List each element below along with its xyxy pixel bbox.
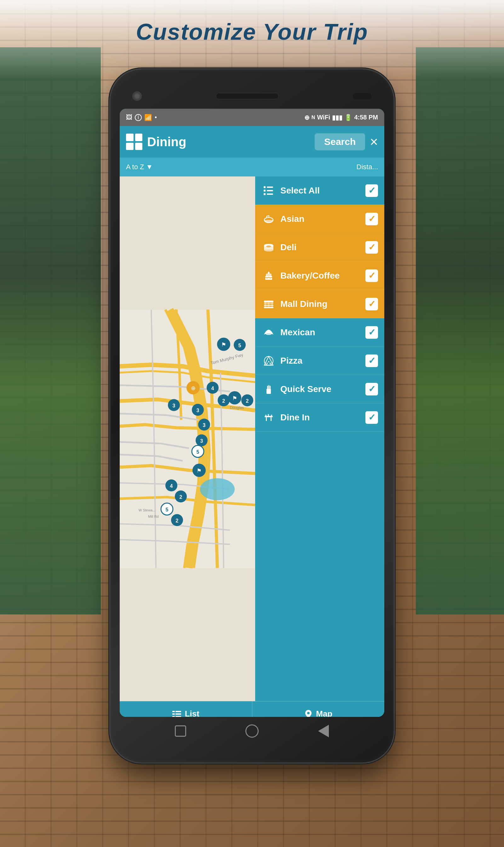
phone-top-bar [120,84,384,109]
svg-text:4: 4 [211,386,214,391]
svg-text:3: 3 [173,403,176,408]
list-icon [262,183,276,198]
svg-text:⚑: ⚑ [221,341,226,348]
svg-rect-40 [264,186,266,188]
svg-rect-51 [268,271,269,273]
svg-text:W Stewa...: W Stewa... [139,508,155,512]
svg-text:⊕: ⊕ [191,385,196,391]
asian-checkbox[interactable]: ✓ [365,213,378,225]
left-window-decor [0,47,101,615]
time-display: 4:58 PM [354,114,378,121]
svg-point-48 [266,245,271,247]
svg-rect-77 [176,713,181,714]
filter-item-mall-dining[interactable]: Mall Dining ✓ [255,290,384,318]
svg-rect-70 [271,417,272,421]
select-all-checkbox[interactable]: ✓ [365,184,378,197]
asian-label: Asian [280,214,365,224]
phone-shell: 🖼 i 📶 • ⊕ N WiFi ▮▮▮ 🔋 4:58 PM [110,69,394,762]
deli-checkbox[interactable]: ✓ [365,241,378,254]
sort-bar: A to Z ▼ Dista... [120,158,384,176]
nav-square-button[interactable] [172,723,189,740]
svg-rect-56 [265,301,266,307]
wifi-signal-icon: WiFi [317,114,330,121]
map-view[interactable]: Tom Murphy Fwy Douglas W Stewa... Mill R… [120,176,255,701]
location-icon: ⊕ [304,114,310,121]
svg-point-63 [270,363,271,364]
phone-device: 🖼 i 📶 • ⊕ N WiFi ▮▮▮ 🔋 4:58 PM [110,69,394,762]
phone-nav-buttons [120,717,384,745]
fries-icon [262,382,276,396]
svg-rect-79 [176,716,181,717]
svg-text:Mill Rd: Mill Rd [148,515,159,518]
bakery-label: Bakery/Coffee [280,271,365,281]
picture-status-icon: 🖼 [126,114,132,121]
filter-item-pizza[interactable]: Pizza ✓ [255,347,384,375]
list-tab-icon [172,710,182,717]
pizza-checkbox[interactable]: ✓ [365,354,378,367]
deli-label: Deli [280,242,365,252]
svg-rect-74 [172,711,175,712]
mexican-checkmark: ✓ [368,327,376,337]
svg-rect-44 [267,190,273,191]
map-tab[interactable]: Map [252,702,384,717]
bakery-checkbox[interactable]: ✓ [365,269,378,282]
mall-dining-checkbox[interactable]: ✓ [365,298,378,311]
list-tab-label: List [185,709,199,717]
nav-back-button[interactable] [315,723,332,740]
info-status-icon: i [135,114,142,121]
svg-rect-57 [268,301,269,307]
distance-label: Dista... [357,163,378,171]
filter-item-deli[interactable]: Deli ✓ [255,233,384,262]
quick-serve-checkbox[interactable]: ✓ [365,383,378,395]
filter-panel: Select All ✓ [255,176,384,701]
filter-item-quick-serve[interactable]: Quick Serve ✓ [255,375,384,403]
mall-dining-checkmark: ✓ [368,299,376,309]
dining-table-icon [262,410,276,424]
quick-serve-checkmark: ✓ [368,384,376,394]
search-button[interactable]: Search [315,133,365,150]
svg-rect-42 [264,193,266,195]
map-tab-label: Map [316,709,332,717]
svg-text:2: 2 [176,518,179,524]
svg-rect-45 [267,193,273,195]
bottom-tabs: List Map [120,701,384,717]
svg-rect-64 [267,389,271,394]
svg-text:3: 3 [200,438,203,444]
select-all-checkmark: ✓ [368,185,376,196]
svg-point-60 [264,356,273,365]
filter-item-select-all[interactable]: Select All ✓ [255,176,384,205]
svg-rect-72 [268,414,269,417]
dine-in-checkmark: ✓ [368,412,376,423]
grid-menu-icon[interactable] [126,134,142,150]
list-tab[interactable]: List [120,702,252,717]
svg-text:3: 3 [197,408,199,413]
select-all-label: Select All [280,186,365,196]
svg-rect-58 [272,301,273,307]
filter-item-dine-in[interactable]: Dine In ✓ [255,403,384,432]
wifi-status-icon: 📶 [144,114,152,121]
dine-in-label: Dine In [280,412,365,423]
pizza-label: Pizza [280,356,365,366]
filter-item-asian[interactable]: Asian ✓ [255,205,384,233]
sort-label[interactable]: A to Z ▼ [126,163,153,171]
phone-sensor [353,93,372,99]
status-bar: 🖼 i 📶 • ⊕ N WiFi ▮▮▮ 🔋 4:58 PM [120,109,384,126]
svg-rect-76 [172,713,175,714]
nav-home-button[interactable] [243,723,260,740]
dine-in-checkbox[interactable]: ✓ [365,411,378,424]
nfc-icon: N [311,115,315,120]
status-icons-left: 🖼 i 📶 • [126,114,157,121]
phone-screen: 🖼 i 📶 • ⊕ N WiFi ▮▮▮ 🔋 4:58 PM [120,109,384,717]
close-button[interactable]: × [370,135,378,149]
svg-rect-78 [172,716,175,717]
svg-point-61 [268,361,269,363]
filter-item-bakery[interactable]: Bakery/Coffee ✓ [255,262,384,290]
svg-text:Douglas: Douglas [230,406,244,410]
filter-item-mexican[interactable]: Mexican ✓ [255,318,384,347]
mexican-checkbox[interactable]: ✓ [365,326,378,339]
battery-icon: 🔋 [344,114,352,121]
svg-text:5: 5 [197,449,199,455]
deli-icon [262,240,276,254]
page-title: Customize Your Trip [0,19,504,45]
svg-point-1 [200,478,235,500]
